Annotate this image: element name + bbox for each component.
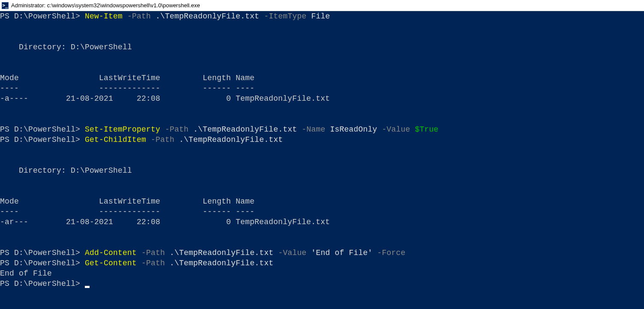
- cursor: [85, 286, 90, 288]
- param: -Path: [123, 12, 151, 21]
- arg: IsReadOnly: [325, 125, 377, 134]
- param: -Force: [372, 249, 405, 257]
- table-header: Mode LastWriteTime Length Name: [0, 197, 255, 206]
- cmdlet: Set-ItemProperty: [85, 125, 160, 134]
- arg-string: 'End of File': [306, 249, 372, 257]
- cmdlet: Get-ChildItem: [85, 135, 146, 144]
- powershell-icon: >_: [2, 2, 9, 9]
- prompt: PS D:\PowerShell>: [0, 135, 85, 144]
- param: -Name: [297, 125, 325, 134]
- cmdlet: Add-Content: [85, 249, 137, 257]
- param: -Value: [273, 249, 306, 257]
- arg: .\TempReadonlyFile.txt: [151, 12, 259, 21]
- directory-line: Directory: D:\PowerShell: [0, 43, 132, 51]
- table-divider: ---- ------------- ------ ----: [0, 84, 255, 93]
- directory-line: Directory: D:\PowerShell: [0, 166, 132, 175]
- window-titlebar[interactable]: >_ Administrator: c:\windows\system32\wi…: [0, 0, 644, 11]
- table-divider: ---- ------------- ------ ----: [0, 207, 255, 216]
- prompt: PS D:\PowerShell>: [0, 279, 85, 288]
- prompt: PS D:\PowerShell>: [0, 12, 85, 21]
- param: -Path: [137, 249, 165, 257]
- terminal-area[interactable]: PS D:\PowerShell> New-Item -Path .\TempR…: [0, 11, 644, 309]
- prompt: PS D:\PowerShell>: [0, 249, 85, 257]
- arg: .\TempReadonlyFile.txt: [174, 135, 283, 144]
- table-row: -ar--- 21-08-2021 22:08 0 TempReadonlyFi…: [0, 218, 330, 226]
- param: -Path: [160, 125, 189, 134]
- table-header: Mode LastWriteTime Length Name: [0, 74, 255, 82]
- param: -Value: [377, 125, 410, 134]
- param: -Path: [137, 259, 165, 267]
- arg: File: [306, 12, 330, 21]
- output-line: End of File: [0, 269, 52, 278]
- table-row: -a---- 21-08-2021 22:08 0 TempReadonlyFi…: [0, 94, 330, 103]
- window-title: Administrator: c:\windows\system32\windo…: [11, 2, 200, 9]
- arg: .\TempReadonlyFile.txt: [165, 249, 273, 257]
- cmdlet: New-Item: [85, 12, 123, 21]
- prompt: PS D:\PowerShell>: [0, 125, 85, 134]
- prompt: PS D:\PowerShell>: [0, 259, 85, 267]
- arg: .\TempReadonlyFile.txt: [189, 125, 297, 134]
- arg-variable: $True: [410, 125, 438, 134]
- param: -Path: [146, 135, 174, 144]
- cmdlet: Get-Content: [85, 259, 137, 267]
- param: -ItemType: [259, 12, 306, 21]
- arg: .\TempReadonlyFile.txt: [165, 259, 273, 267]
